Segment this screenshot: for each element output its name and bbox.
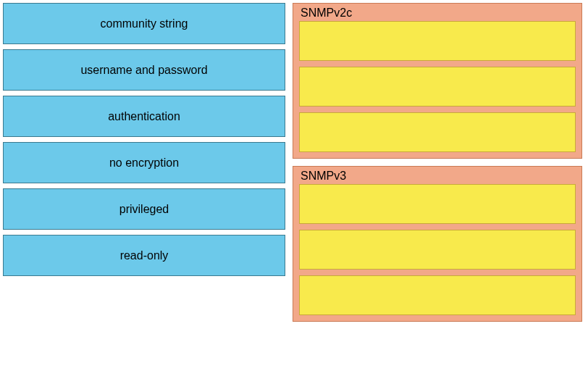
source-item-read-only[interactable]: read-only bbox=[3, 235, 285, 276]
target-column: SNMPv2c SNMPv3 bbox=[293, 3, 582, 322]
drop-slot[interactable] bbox=[299, 112, 576, 152]
drop-zone-snmpv2c: SNMPv2c bbox=[293, 3, 582, 159]
drop-slot[interactable] bbox=[299, 184, 576, 224]
drop-slots bbox=[299, 184, 576, 315]
drag-drop-container: community string username and password a… bbox=[0, 0, 588, 325]
source-column: community string username and password a… bbox=[3, 3, 285, 322]
drop-slot[interactable] bbox=[299, 230, 576, 270]
drop-slot[interactable] bbox=[299, 275, 576, 315]
source-item-community-string[interactable]: community string bbox=[3, 3, 285, 44]
drop-zone-snmpv3: SNMPv3 bbox=[293, 166, 582, 322]
source-item-username-password[interactable]: username and password bbox=[3, 49, 285, 91]
source-item-privileged[interactable]: privileged bbox=[3, 188, 285, 230]
source-item-authentication[interactable]: authentication bbox=[3, 96, 285, 137]
drop-zone-title: SNMPv2c bbox=[299, 7, 576, 20]
drop-slot[interactable] bbox=[299, 67, 576, 107]
drop-slot[interactable] bbox=[299, 21, 576, 61]
drop-slots bbox=[299, 21, 576, 152]
source-item-no-encryption[interactable]: no encryption bbox=[3, 142, 285, 183]
drop-zone-title: SNMPv3 bbox=[299, 170, 576, 183]
